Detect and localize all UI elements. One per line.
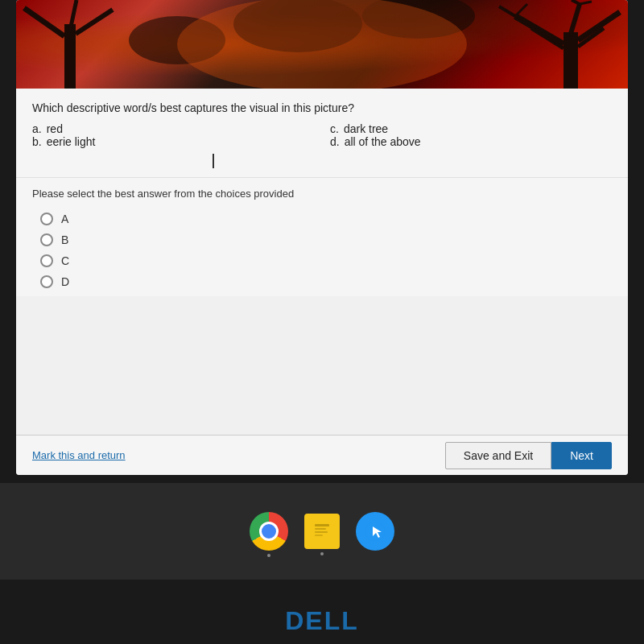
radio-circle-d[interactable] xyxy=(40,275,53,288)
radio-circle-b[interactable] xyxy=(40,233,53,246)
choice-c-text: dark tree xyxy=(344,122,388,135)
radio-circle-c[interactable] xyxy=(40,254,53,267)
radio-option-c[interactable]: C xyxy=(40,254,612,267)
svg-rect-23 xyxy=(315,535,323,536)
svg-point-18 xyxy=(177,0,467,89)
pointer-svg xyxy=(365,521,386,542)
instruction-text: Please select the best answer from the c… xyxy=(32,188,612,200)
choices-right: c. dark tree d. all of the above xyxy=(330,122,612,148)
mark-return-link[interactable]: Mark this and return xyxy=(32,449,126,461)
pointer-icon[interactable] xyxy=(356,512,394,551)
radio-label-c: C xyxy=(61,254,69,267)
sticky-notes-icon[interactable] xyxy=(304,514,340,549)
svg-rect-14 xyxy=(64,24,76,89)
question-text: Which descriptive word/s best captures t… xyxy=(32,101,612,114)
taskbar xyxy=(0,483,644,580)
radio-label-a: A xyxy=(61,213,68,225)
choices-grid: a. red b. eerie light c. dark tree d. al… xyxy=(32,122,612,148)
radio-label-d: D xyxy=(61,275,69,288)
quiz-screen: Which descriptive word/s best captures t… xyxy=(16,0,628,475)
choice-b-label: b. xyxy=(32,135,42,148)
choice-d: d. all of the above xyxy=(330,135,612,148)
button-group: Save and Exit Next xyxy=(445,442,612,469)
chrome-icon-container xyxy=(250,512,288,551)
image-banner xyxy=(16,0,628,89)
radio-group: A B C D xyxy=(32,213,612,288)
radio-option-b[interactable]: B xyxy=(40,233,612,246)
choice-a-label: a. xyxy=(32,122,42,135)
sticky-icon-container xyxy=(304,514,340,549)
svg-rect-1 xyxy=(564,32,578,89)
bottom-bar: Mark this and return Save and Exit Next xyxy=(16,435,628,475)
choice-d-label: d. xyxy=(330,135,340,148)
sticky-svg xyxy=(311,520,333,543)
sticky-dot xyxy=(320,552,324,555)
chrome-dot xyxy=(267,554,270,557)
choice-a-text: red xyxy=(47,122,63,135)
radio-label-b: B xyxy=(61,233,68,246)
dell-logo: DELL xyxy=(285,606,359,636)
choices-left: a. red b. eerie light xyxy=(32,122,314,148)
question-area: Which descriptive word/s best captures t… xyxy=(16,89,628,177)
chrome-icon[interactable] xyxy=(250,512,288,551)
svg-rect-21 xyxy=(315,528,326,530)
next-button[interactable]: Next xyxy=(551,442,612,469)
choice-d-text: all of the above xyxy=(345,135,421,148)
choice-b-text: eerie light xyxy=(47,135,96,148)
background-image xyxy=(16,0,628,89)
radio-option-a[interactable]: A xyxy=(40,213,612,225)
choice-a: a. red xyxy=(32,122,314,135)
save-exit-button[interactable]: Save and Exit xyxy=(445,442,551,469)
radio-circle-a[interactable] xyxy=(40,213,53,225)
choice-c: c. dark tree xyxy=(330,122,612,135)
pointer-icon-container xyxy=(356,512,394,551)
svg-rect-22 xyxy=(315,531,328,533)
choice-c-label: c. xyxy=(330,122,339,135)
instruction-area: Please select the best answer from the c… xyxy=(16,177,628,296)
dell-logo-area: DELL xyxy=(0,606,644,636)
cursor-area xyxy=(32,153,612,169)
radio-option-d[interactable]: D xyxy=(40,275,612,288)
text-cursor xyxy=(213,154,214,168)
choice-b: b. eerie light xyxy=(32,135,314,148)
svg-rect-20 xyxy=(315,524,329,526)
